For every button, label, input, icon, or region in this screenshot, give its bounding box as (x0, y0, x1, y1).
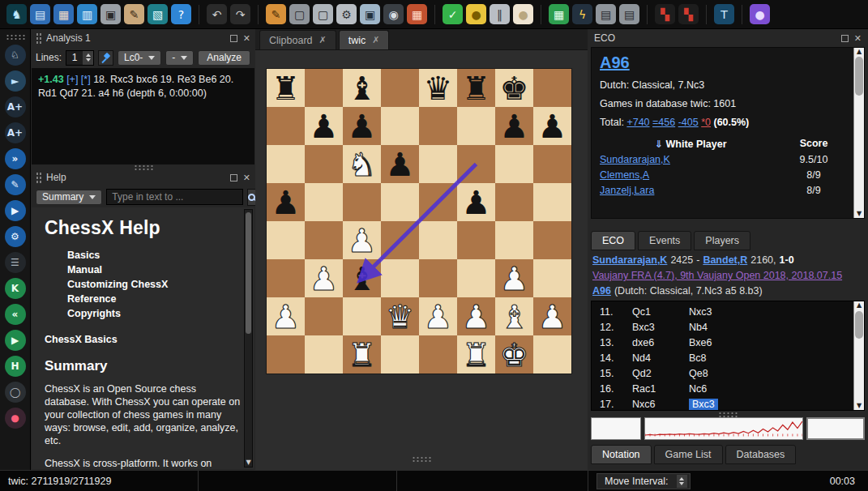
square-c7[interactable]: ♟ (343, 107, 381, 145)
spin-down-icon[interactable] (679, 482, 684, 485)
square-d8[interactable] (381, 69, 419, 107)
square-h5[interactable] (533, 183, 571, 221)
spinner-arrows[interactable] (677, 475, 687, 488)
help-scrollbar[interactable]: ▼ (244, 209, 253, 468)
white-piece-g2[interactable]: ♝ (500, 301, 529, 333)
event-link[interactable]: Vaujany FRA (4.7), 9th Vaujany Open 2018… (592, 270, 842, 281)
black-piece-f8[interactable]: ♜ (462, 72, 491, 105)
copy-game-icon[interactable]: ▣ (360, 4, 380, 24)
black-piece-h7[interactable]: ♟ (538, 110, 567, 143)
pin-engine-button[interactable] (98, 50, 113, 66)
move-black-selected[interactable]: Bxc3 (689, 399, 718, 410)
photo-icon[interactable]: ◉ (383, 4, 404, 24)
square-a8[interactable]: ♜ (267, 69, 305, 107)
eco-code-link[interactable]: A96 (600, 53, 630, 71)
square-b5[interactable] (305, 183, 343, 221)
move-black[interactable]: Nxc3 (689, 306, 849, 318)
white-player-link[interactable]: Sundararajan,K (592, 254, 667, 266)
player-link[interactable]: Sundararajan,K (600, 154, 781, 165)
black-piece-d6[interactable]: ♟ (386, 148, 415, 181)
black-piece-g7[interactable]: ♟ (500, 110, 529, 143)
white-piece-d2[interactable]: ♛ (386, 301, 415, 333)
lines-spinner[interactable]: 1 (66, 50, 94, 66)
square-a3[interactable] (267, 259, 305, 297)
move-white[interactable]: Bxc3 (632, 322, 689, 333)
eval-right-box[interactable] (806, 417, 865, 440)
board-view-icon[interactable]: ♘ (5, 45, 26, 66)
white-piece-c1[interactable]: ♜ (348, 339, 377, 371)
float-panel-icon[interactable] (230, 35, 237, 42)
black-piece-b7[interactable]: ♟ (310, 110, 339, 143)
tab-eco[interactable]: ECO (591, 231, 635, 250)
help-section-select[interactable]: Summary (36, 190, 102, 205)
square-b3[interactable]: ♟ (305, 259, 343, 297)
analyze-button[interactable]: Analyze (198, 50, 250, 66)
move-white[interactable]: dxe6 (632, 337, 689, 348)
moves-scrollbar[interactable]: ▲ ▼ (853, 301, 864, 410)
annotate-icon[interactable]: ✎ (5, 174, 26, 195)
close-panel-icon[interactable]: ✕ (243, 173, 250, 182)
square-c3[interactable]: ♝ (343, 259, 381, 297)
player-row[interactable]: Janzelj,Lara 8/9 (600, 185, 846, 196)
variation-select[interactable]: - (165, 50, 194, 66)
database-table-icon[interactable]: ▤ (619, 4, 639, 24)
black-piece-g8[interactable]: ♚ (500, 72, 529, 105)
square-f3[interactable] (457, 259, 495, 297)
square-d3[interactable] (381, 259, 419, 297)
flash-analysis-icon[interactable]: ϟ (572, 4, 592, 24)
scroll-down-icon[interactable]: ▼ (854, 210, 864, 218)
square-b8[interactable] (305, 69, 343, 107)
move-black[interactable]: Bxe6 (689, 337, 849, 348)
rewind-green-icon[interactable]: « (5, 304, 26, 325)
white-piece-f1[interactable]: ♜ (462, 339, 491, 371)
square-h7[interactable]: ♟ (533, 107, 571, 145)
white-piece-b3[interactable]: ♟ (310, 263, 339, 295)
setup-position-icon[interactable]: ⚙ (336, 4, 357, 24)
move-black[interactable]: Qe8 (689, 368, 849, 379)
white-piece-g3[interactable]: ♟ (500, 263, 529, 295)
board-grid-icon[interactable]: ▦ (549, 4, 569, 24)
tab-game-list[interactable]: Game List (654, 445, 723, 464)
black-piece-e8[interactable]: ♛ (424, 72, 453, 105)
app-logo-icon[interactable]: ♞ (6, 4, 27, 24)
move-list[interactable]: 11.Qc1Nxc3 12.Bxc3Nb4 13.dxe6Bxe6 14.Nd4… (591, 301, 865, 411)
white-piece-g1[interactable]: ♚ (500, 339, 529, 371)
square-a7[interactable] (267, 107, 305, 145)
square-f7[interactable] (457, 107, 495, 145)
move-white[interactable]: Qd2 (632, 368, 689, 379)
help-link-manual[interactable]: Manual (67, 263, 242, 277)
square-g5[interactable] (495, 183, 533, 221)
square-c6[interactable]: ♞ (343, 145, 381, 183)
close-tab-icon[interactable]: ✗ (319, 35, 327, 45)
square-h1[interactable] (533, 335, 571, 374)
draws-link[interactable]: =456 (652, 117, 675, 128)
square-g1[interactable]: ♚ (495, 335, 533, 374)
panel-drag-handle[interactable] (36, 172, 41, 184)
strip-drag-handle[interactable] (6, 34, 25, 40)
square-h4[interactable] (533, 221, 571, 259)
commit-icon[interactable]: ▧ (148, 4, 168, 24)
square-g4[interactable] (495, 221, 533, 259)
square-d4[interactable] (381, 221, 419, 259)
square-g7[interactable]: ♟ (495, 107, 533, 145)
square-g8[interactable]: ♚ (495, 69, 533, 107)
player-row[interactable]: Sundararajan,K 9.5/10 (600, 154, 846, 165)
help-link-reference[interactable]: Reference (67, 292, 242, 306)
tab-players[interactable]: Players (694, 231, 750, 250)
eco-code-link[interactable]: A96 (592, 285, 611, 297)
text-format-icon[interactable]: T (714, 4, 734, 24)
new-game-icon[interactable]: ▢ (289, 4, 310, 24)
autoplay-icon[interactable]: » (5, 148, 26, 169)
white-piece-f2[interactable]: ♟ (462, 301, 491, 333)
mini-board-icon[interactable]: ▚ (655, 4, 675, 24)
send-game-icon[interactable]: ► (5, 70, 26, 92)
square-c8[interactable]: ♝ (343, 69, 381, 107)
annotate-pencil-icon[interactable]: ✎ (266, 4, 286, 24)
database-stack-icon[interactable]: ☰ (5, 252, 26, 273)
wins-link[interactable]: +740 (626, 117, 649, 128)
engine-stop-icon[interactable]: ‖ (490, 4, 510, 24)
spinner-arrows[interactable] (83, 51, 93, 65)
scrollbar-thumb[interactable] (855, 57, 863, 96)
edit-pen-icon[interactable]: ✎ (124, 4, 144, 24)
game-list-table-icon[interactable]: ▤ (596, 4, 616, 24)
